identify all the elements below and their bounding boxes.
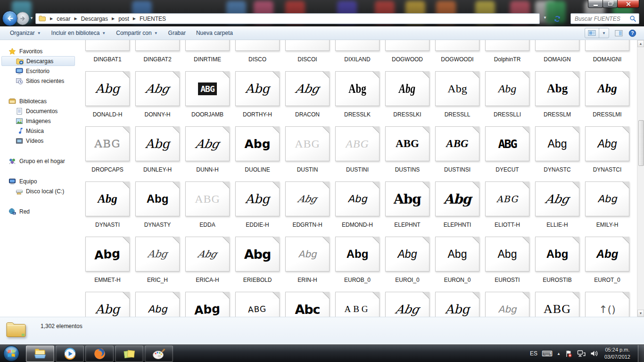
- font-file-label[interactable]: DONNY-H: [132, 111, 182, 118]
- toolbar-button-nueva-carpeta[interactable]: Nueva carpeta: [191, 28, 238, 38]
- font-file-tile[interactable]: [285, 40, 330, 51]
- font-file-tile[interactable]: ABG: [185, 181, 230, 216]
- font-file-label[interactable]: ELIOTT-H: [482, 222, 532, 228]
- font-file-label[interactable]: DYNASTY: [132, 222, 182, 228]
- font-file-tile[interactable]: ABG: [535, 292, 579, 317]
- font-file-tile[interactable]: Abg: [535, 237, 579, 272]
- font-file-tile[interactable]: Abg: [585, 71, 629, 106]
- font-file-tile[interactable]: [135, 40, 180, 51]
- sidebar-item-sitios-recientes[interactable]: Sitios recientes: [1, 76, 75, 86]
- font-file-tile[interactable]: [335, 40, 380, 51]
- taskbar-button-explorer[interactable]: [26, 346, 54, 362]
- font-file-label[interactable]: DRESSLMI: [582, 111, 632, 118]
- font-file-label[interactable]: DUSTINS: [382, 166, 432, 173]
- font-file-tile[interactable]: Abc: [285, 292, 330, 317]
- language-indicator[interactable]: ES: [530, 350, 537, 357]
- font-file-label[interactable]: EUROT_0: [582, 277, 632, 283]
- scrollbar-thumb[interactable]: [638, 120, 644, 166]
- font-file-tile[interactable]: ABG: [485, 126, 529, 161]
- refresh-button[interactable]: [552, 13, 563, 24]
- font-file-label[interactable]: ERIN-H: [282, 277, 332, 283]
- search-input[interactable]: [571, 16, 629, 22]
- font-file-label[interactable]: EMMET-H: [83, 277, 132, 283]
- sidebar-group-header-red[interactable]: Red: [0, 206, 78, 216]
- font-file-tile[interactable]: Abg: [385, 237, 429, 272]
- address-dropdown-icon[interactable]: ▼: [543, 16, 547, 20]
- font-file-tile[interactable]: [185, 40, 230, 51]
- font-file-label[interactable]: DOGWOODI: [432, 56, 482, 63]
- network-icon[interactable]: [577, 350, 586, 357]
- font-file-tile[interactable]: Abg: [285, 181, 330, 216]
- font-file-label[interactable]: DolphinTR: [482, 56, 532, 63]
- font-file-label[interactable]: DIXILAND: [332, 56, 382, 63]
- font-file-tile[interactable]: [435, 40, 479, 51]
- font-file-tile[interactable]: Abg: [535, 126, 579, 161]
- font-file-tile[interactable]: Abg: [85, 71, 130, 106]
- font-file-tile[interactable]: Abg: [85, 181, 130, 216]
- font-file-tile[interactable]: ABG: [285, 126, 330, 161]
- font-file-tile[interactable]: Abg: [235, 71, 280, 106]
- font-file-label[interactable]: EUROI_0: [382, 277, 432, 283]
- font-file-tile[interactable]: Abg: [335, 181, 380, 216]
- clock[interactable]: 05:24 p.m. 03/07/2012: [604, 346, 630, 361]
- font-file-tile[interactable]: [385, 40, 429, 51]
- taskbar-button-sticky-notes[interactable]: [115, 346, 143, 362]
- font-file-tile[interactable]: ABG: [385, 126, 429, 161]
- font-file-tile[interactable]: [585, 40, 629, 51]
- font-file-label[interactable]: EURON_0: [432, 277, 482, 283]
- font-file-label[interactable]: DRESSLKI: [382, 111, 432, 118]
- font-file-label[interactable]: DUSTINSI: [432, 166, 482, 173]
- scroll-up-button[interactable]: ▲: [637, 40, 644, 47]
- preview-pane-button[interactable]: [615, 30, 623, 37]
- font-file-tile[interactable]: [535, 40, 579, 51]
- font-file-label[interactable]: ELLIE-H: [532, 222, 582, 228]
- font-file-tile[interactable]: Abg: [185, 126, 230, 161]
- font-file-label[interactable]: DUNN-H: [182, 166, 232, 173]
- font-file-label[interactable]: EUROB_0: [332, 277, 382, 283]
- font-file-label[interactable]: ELEPHNTI: [432, 222, 482, 228]
- font-file-tile[interactable]: Abg: [335, 237, 380, 272]
- taskbar-button-firefox[interactable]: [85, 346, 114, 362]
- font-file-label[interactable]: ERICA-H: [182, 277, 232, 283]
- font-file-tile[interactable]: Abg: [85, 292, 130, 317]
- font-file-tile[interactable]: Abg: [385, 292, 429, 317]
- font-file-tile[interactable]: Abg: [185, 292, 230, 317]
- font-file-label[interactable]: EUROSTI: [482, 277, 532, 283]
- font-file-label[interactable]: EMILY-H: [582, 222, 632, 228]
- back-button[interactable]: [2, 11, 17, 26]
- font-file-tile[interactable]: Abg: [435, 181, 479, 216]
- font-file-label[interactable]: DROPCAPS: [83, 166, 132, 173]
- font-file-label[interactable]: DYNASTCI: [582, 166, 632, 173]
- sidebar-group-header-equipo[interactable]: Equipo: [0, 176, 78, 186]
- toolbar-button-grabar[interactable]: Grabar: [163, 28, 191, 38]
- font-file-label[interactable]: DYNASTC: [532, 166, 582, 173]
- font-file-tile[interactable]: Abg: [135, 237, 180, 272]
- font-file-label[interactable]: DOMAIGNI: [582, 56, 632, 63]
- taskbar-button-paint[interactable]: [145, 346, 173, 362]
- font-file-tile[interactable]: Abg: [385, 181, 429, 216]
- font-file-tile[interactable]: ABG: [85, 126, 130, 161]
- start-button[interactable]: [2, 345, 20, 362]
- font-file-tile[interactable]: Abg: [435, 237, 479, 272]
- toolbar-button-organizar[interactable]: Organizar▼: [5, 28, 46, 38]
- sidebar-item-v-deos[interactable]: Vídeos: [1, 136, 75, 146]
- font-file-label[interactable]: DINRTIME: [182, 56, 232, 63]
- vertical-scrollbar[interactable]: ▲ ▼: [637, 40, 644, 317]
- help-button[interactable]: ?: [628, 29, 636, 37]
- font-file-label[interactable]: DINGBAT2: [132, 56, 182, 63]
- font-file-label[interactable]: ERIEBOLD: [232, 277, 282, 283]
- breadcrumb-item-fuentes[interactable]: FUENTES: [140, 16, 166, 22]
- font-file-label[interactable]: EDMOND-H: [332, 222, 382, 228]
- font-file-tile[interactable]: Abg: [285, 71, 330, 106]
- volume-icon[interactable]: [590, 350, 598, 357]
- sidebar-group-header-bibliotecas[interactable]: Bibliotecas: [0, 96, 78, 106]
- action-center-flag-icon[interactable]: [565, 350, 573, 358]
- sidebar-group-header-favoritos[interactable]: Favoritos: [0, 46, 78, 56]
- font-file-tile[interactable]: Abg: [435, 71, 479, 106]
- font-file-tile[interactable]: Abg: [385, 71, 429, 106]
- hidden-icons-arrow[interactable]: ▲: [557, 352, 561, 356]
- forward-button[interactable]: [16, 12, 29, 25]
- font-file-tile[interactable]: Abg: [135, 181, 180, 216]
- font-file-tile[interactable]: Abg: [235, 237, 280, 272]
- font-file-tile[interactable]: ABG: [435, 126, 479, 161]
